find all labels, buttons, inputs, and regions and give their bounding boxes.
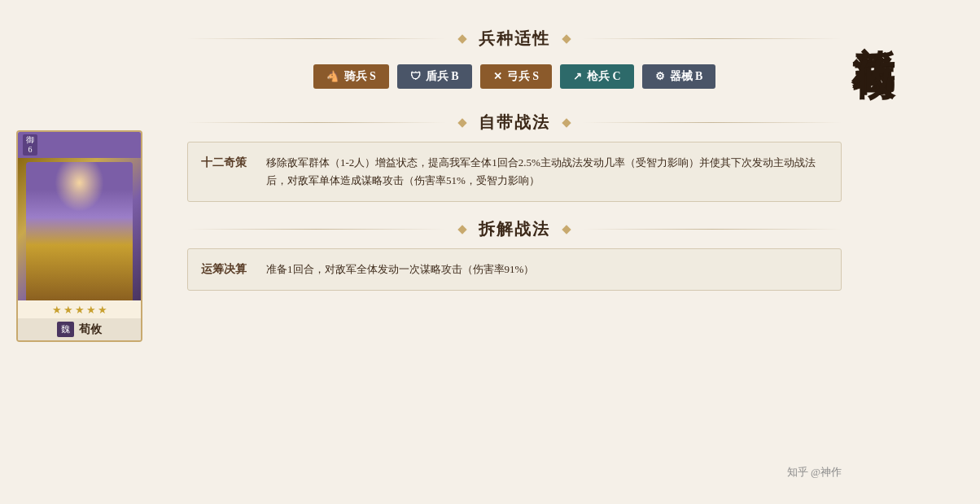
archer-icon: ✕ (493, 70, 502, 83)
card-image (18, 158, 141, 300)
breakdown-row-1: 运筹决算 准备1回合，对敌军全体发动一次谋略攻击（伤害率91%） (188, 249, 841, 290)
troop-badges-container: 🐴 骑兵 S 🛡 盾兵 B ✕ 弓兵 S ↗ 枪兵 C ⚙ 器械 B (187, 58, 842, 100)
character-figure (26, 162, 133, 300)
troop-cavalry: 🐴 骑兵 S (313, 64, 389, 89)
shield-label: 盾兵 B (426, 69, 459, 84)
skill-row-1: 十二奇策 移除敌军群体（1-2人）增益状态，提高我军全体1回合2.5%主动战法发… (188, 142, 841, 201)
shield-icon: 🛡 (410, 70, 421, 83)
level-value: 6 (28, 145, 33, 155)
troop-shield: 🛡 盾兵 B (397, 64, 472, 89)
breakdown-skill-name-1: 运筹决算 (201, 261, 266, 277)
troop-spear: ↗ 枪兵 C (560, 64, 634, 89)
watermark-text: 知乎 @神作 (787, 466, 842, 478)
breakdown-skill-table: 运筹决算 准备1回合，对敌军全体发动一次谋略攻击（伤害率91%） (187, 248, 842, 291)
faction-badge: 魏 (57, 322, 74, 337)
cavalry-icon: 🐴 (326, 70, 339, 83)
troop-section-title: 兵种适性 (479, 28, 550, 50)
troop-machine: ⚙ 器械 B (642, 64, 716, 89)
level-badge: 御 6 (23, 134, 37, 156)
breakdown-section-header: 拆解战法 (187, 207, 842, 248)
divider-right-3 (583, 229, 842, 230)
diamond-right-2 (562, 118, 571, 127)
spear-icon: ↗ (573, 70, 582, 83)
star-5: ★ (98, 304, 107, 317)
spear-label: 枪兵 C (587, 69, 621, 84)
machine-label: 器械 B (670, 69, 703, 84)
diamond-right-1 (562, 34, 571, 43)
card-header: 御 6 (18, 132, 141, 158)
star-2: ★ (63, 304, 73, 317)
breakdown-section-title: 拆解战法 (479, 218, 550, 240)
diamond-left-2 (457, 118, 466, 127)
character-card: 御 6 ★ ★ ★ ★ ★ 魏 荀攸 (16, 130, 142, 342)
breakdown-skill-desc-1: 准备1回合，对敌军全体发动一次谋略攻击（伤害率91%） (266, 261, 534, 278)
main-content: 兵种适性 🐴 骑兵 S 🛡 盾兵 B ✕ 弓兵 S ↗ 枪兵 C ⚙ 器械 B … (187, 16, 842, 488)
diamond-left-3 (457, 225, 466, 234)
diamond-left-1 (457, 34, 466, 43)
troop-section-header: 兵种适性 (187, 16, 842, 58)
star-4: ★ (86, 304, 96, 317)
card-stars: ★ ★ ★ ★ ★ (18, 300, 141, 318)
divider-left-3 (187, 229, 446, 230)
general-name: 荀攸 (79, 322, 102, 337)
level-label: 御 (26, 135, 34, 145)
diamond-right-3 (562, 225, 571, 234)
cavalry-label: 骑兵 S (344, 69, 376, 84)
skill-desc-1: 移除敌军群体（1-2人）增益状态，提高我军全体1回合2.5%主动战法发动几率（受… (266, 154, 828, 190)
divider-left-2 (187, 122, 446, 123)
star-1: ★ (52, 304, 62, 317)
divider-left-1 (187, 38, 446, 39)
star-3: ★ (75, 304, 85, 317)
archer-label: 弓兵 S (507, 69, 539, 84)
builtin-skill-table: 十二奇策 移除敌军群体（1-2人）增益状态，提高我军全体1回合2.5%主动战法发… (187, 142, 842, 202)
builtin-section-header: 自带战法 (187, 100, 842, 142)
divider-right-2 (583, 122, 842, 123)
troop-archer: ✕ 弓兵 S (480, 64, 552, 89)
divider-right-1 (583, 38, 842, 39)
builtin-section-title: 自带战法 (479, 112, 550, 134)
right-title-area: 新武将荀攸 (850, 12, 972, 28)
watermark: 知乎 @神作 (787, 465, 842, 480)
right-title-text: 新武将荀攸 (850, 12, 896, 28)
card-footer: 魏 荀攸 (18, 318, 141, 340)
machine-icon: ⚙ (655, 70, 665, 83)
skill-name-1: 十二奇策 (201, 154, 266, 170)
